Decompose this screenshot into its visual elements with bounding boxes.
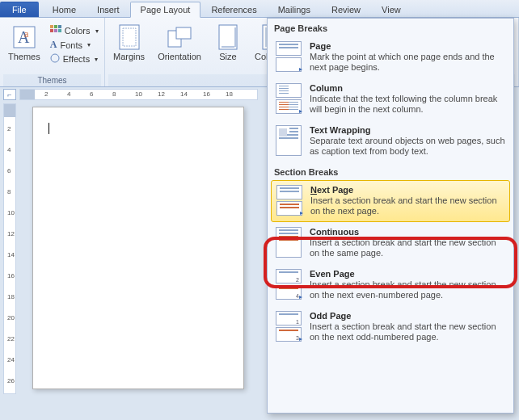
svg-rect-3 [50, 25, 53, 28]
menu-item-title: Page [310, 41, 505, 51]
menu-item-continuous[interactable]: Continuous Insert a section break and st… [268, 222, 513, 264]
breaks-dropdown: Page Breaks Page Mark the point at which… [267, 18, 514, 414]
margins-button[interactable]: Margins [108, 23, 150, 63]
document-page[interactable] [32, 107, 244, 389]
themes-button[interactable]: Aa Themes [3, 23, 45, 63]
menu-item-even-page[interactable]: 2 4 Even Page Insert a section break and… [268, 264, 513, 306]
hruler-tick: 16 [203, 90, 210, 98]
tab-file[interactable]: File [0, 2, 39, 17]
svg-rect-14 [219, 25, 237, 49]
menu-item-desc: Insert a section break and start the new… [310, 321, 505, 342]
dropdown-header-section-breaks: Section Breaks [268, 162, 513, 180]
themes-label: Themes [8, 52, 40, 61]
text-wrapping-icon [276, 125, 302, 158]
ruler-corner[interactable]: ⌐ [3, 89, 16, 100]
colors-icon [50, 25, 61, 36]
continuous-icon [276, 227, 302, 259]
even-page-icon: 2 4 [276, 269, 302, 301]
vruler-tick: 4 [7, 146, 11, 153]
hruler-tick: 8 [112, 90, 116, 98]
hruler-tick: 14 [180, 90, 188, 98]
group-themes-label: Themes [3, 74, 101, 86]
group-themes: Aa Themes Colors▾ A Fonts▾ Effects▾ T [0, 18, 105, 86]
menu-item-page[interactable]: Page Mark the point at which one page en… [268, 36, 513, 78]
vruler-tick: 22 [7, 335, 15, 342]
size-button[interactable]: Size [209, 23, 247, 63]
menu-item-title: Odd Page [310, 311, 505, 321]
margins-icon [116, 24, 142, 50]
effects-label: Effects [63, 54, 90, 64]
tab-insert[interactable]: Insert [86, 2, 130, 17]
tab-home[interactable]: Home [42, 2, 86, 17]
fonts-icon: A [50, 39, 57, 51]
svg-rect-7 [54, 29, 57, 32]
menu-item-title: Text Wrapping [310, 125, 505, 135]
colors-button[interactable]: Colors▾ [49, 24, 100, 37]
hruler-tick: 4 [67, 90, 70, 98]
hruler-tick: 12 [158, 90, 165, 98]
tab-references[interactable]: References [200, 2, 267, 17]
vruler-tick: 8 [7, 188, 11, 195]
menu-item-desc: Mark the point at which one page ends an… [310, 52, 505, 73]
orientation-button[interactable]: Orientation [153, 23, 206, 63]
vruler-tick: 24 [7, 356, 15, 363]
hruler-tick: 6 [90, 90, 93, 98]
orientation-icon [167, 24, 192, 50]
menu-item-title: Next Page [310, 185, 504, 195]
svg-rect-4 [54, 25, 57, 28]
menu-item-text-wrapping[interactable]: Text Wrapping Separate text around objec… [268, 120, 513, 162]
orientation-label: Orientation [158, 52, 201, 61]
themes-icon: Aa [11, 24, 37, 50]
svg-rect-6 [50, 29, 53, 32]
menu-item-next-page[interactable]: Next Page Insert a section break and sta… [271, 180, 510, 222]
menu-item-title: Even Page [310, 269, 505, 279]
tab-view[interactable]: View [371, 2, 411, 17]
menu-item-desc: Insert a section break and start the new… [310, 195, 504, 216]
size-icon [215, 24, 241, 50]
svg-rect-8 [58, 29, 61, 32]
colors-label: Colors [65, 26, 91, 36]
vruler-tick: 18 [7, 293, 15, 300]
menu-item-odd-page[interactable]: 1 3 Odd Page Insert a section break and … [268, 306, 513, 348]
vertical-ruler[interactable]: 2 4 6 8 10 12 14 16 18 20 22 24 26 [3, 103, 16, 394]
menu-item-desc: Insert a section break and start the new… [310, 237, 505, 258]
vruler-tick: 26 [7, 377, 15, 384]
vruler-tick: 2 [7, 125, 11, 132]
horizontal-ruler[interactable]: 2 4 6 8 10 12 14 16 18 [19, 89, 258, 100]
svg-rect-5 [58, 25, 61, 28]
menu-item-title: Continuous [310, 227, 505, 237]
dropdown-header-page-breaks: Page Breaks [268, 19, 513, 36]
tab-page-layout[interactable]: Page Layout [130, 2, 201, 18]
hruler-tick: 2 [44, 90, 48, 98]
hruler-tick: 10 [135, 90, 142, 98]
svg-text:a: a [24, 28, 29, 40]
fonts-button[interactable]: A Fonts▾ [49, 38, 100, 52]
effects-button[interactable]: Effects▾ [49, 52, 100, 65]
column-break-icon [276, 83, 302, 116]
menu-item-desc: Indicate that the text following the col… [310, 94, 505, 115]
tab-mailings[interactable]: Mailings [268, 2, 321, 17]
vruler-tick: 10 [7, 209, 15, 216]
svg-point-9 [51, 54, 59, 62]
text-cursor [49, 123, 49, 134]
effects-icon [50, 53, 60, 65]
menu-item-desc: Insert a section break and start the new… [310, 279, 505, 300]
vruler-tick: 12 [7, 230, 15, 237]
odd-page-icon: 1 3 [276, 311, 302, 343]
hruler-tick: 18 [226, 90, 233, 98]
vruler-tick: 14 [7, 251, 15, 258]
vruler-tick: 20 [7, 314, 15, 321]
vruler-tick: 16 [7, 272, 15, 279]
fonts-label: Fonts [60, 40, 82, 50]
menu-item-desc: Separate text around objects on web page… [310, 136, 505, 157]
page-break-icon [276, 41, 302, 74]
margins-label: Margins [113, 52, 145, 61]
vruler-tick: 6 [7, 167, 11, 174]
ribbon-tabs: File Home Insert Page Layout References … [0, 0, 519, 18]
menu-item-column[interactable]: Column Indicate that the text following … [268, 78, 513, 120]
next-page-icon [276, 185, 302, 217]
svg-rect-13 [176, 27, 191, 39]
size-label: Size [219, 52, 236, 61]
menu-item-title: Column [310, 83, 505, 93]
tab-review[interactable]: Review [321, 2, 371, 17]
